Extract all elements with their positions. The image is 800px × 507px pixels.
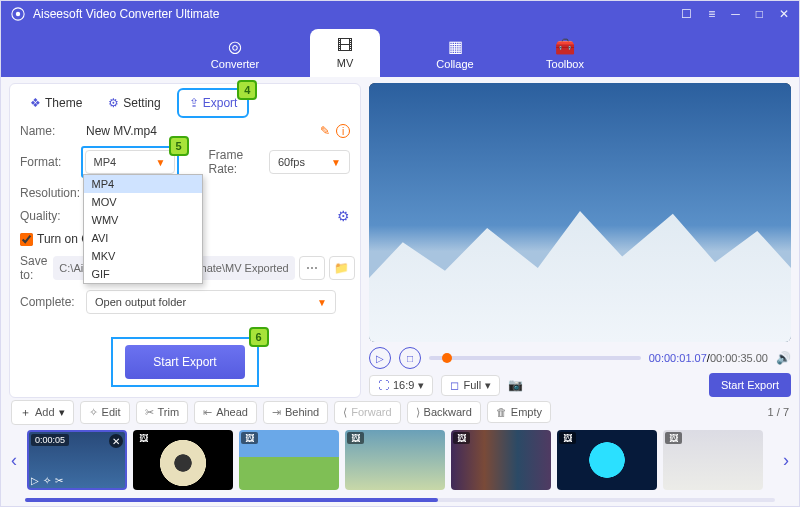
- stop-button[interactable]: □: [399, 347, 421, 369]
- image-badge-icon: 🖼: [453, 432, 470, 444]
- start-export-button-right[interactable]: Start Export: [709, 373, 791, 397]
- menu-icon[interactable]: ≡: [708, 7, 715, 21]
- wand-icon: ✧: [89, 406, 98, 419]
- image-badge-icon: 🖼: [241, 432, 258, 444]
- tab-toolbox[interactable]: 🧰 Toolbox: [530, 29, 600, 77]
- clip-thumbnail[interactable]: 0:00:05 ✕ ▷✧✂: [27, 430, 127, 490]
- tab-toolbox-label: Toolbox: [546, 58, 584, 70]
- format-option[interactable]: WMV: [84, 211, 202, 229]
- edit-clip-icon[interactable]: ✧: [43, 475, 51, 486]
- snapshot-icon[interactable]: 📷: [508, 378, 523, 392]
- format-option[interactable]: MP4: [84, 175, 202, 193]
- forward-label: Forward: [351, 406, 391, 418]
- image-badge-icon: 🖼: [665, 432, 682, 444]
- play-button[interactable]: ▷: [369, 347, 391, 369]
- time-total: 00:00:35.00: [710, 352, 768, 364]
- aspect-select[interactable]: ⛶16:9▾: [369, 375, 433, 396]
- clip-thumbnail[interactable]: 🖼: [239, 430, 339, 490]
- format-option[interactable]: AVI: [84, 229, 202, 247]
- thumbs-scrollbar[interactable]: [25, 498, 775, 502]
- format-option[interactable]: GIF: [84, 265, 202, 283]
- format-select[interactable]: MP4 ▼: [85, 150, 175, 174]
- app-window: Aiseesoft Video Converter Ultimate ☐ ≡ ─…: [0, 0, 800, 507]
- video-preview[interactable]: [369, 83, 791, 342]
- chevron-down-icon: ▾: [418, 379, 424, 392]
- add-button[interactable]: ＋Add▾: [11, 400, 74, 425]
- ahead-label: Ahead: [216, 406, 248, 418]
- main-tabs: ◎ Converter 🎞 MV ▦ Collage 🧰 Toolbox: [1, 27, 799, 77]
- thumbs-next-button[interactable]: ›: [779, 450, 793, 471]
- turn-on-checkbox[interactable]: [20, 233, 33, 246]
- zoom-icon: ◻: [450, 379, 459, 392]
- clip-thumbnail[interactable]: 🖼: [133, 430, 233, 490]
- complete-select[interactable]: Open output folder▼: [86, 290, 336, 314]
- edit-button[interactable]: ✧Edit: [80, 401, 130, 424]
- image-badge-icon: 🖼: [135, 432, 152, 444]
- feedback-icon[interactable]: ☐: [681, 7, 692, 21]
- behind-icon: ⇥: [272, 406, 281, 419]
- chevron-down-icon: ▼: [331, 157, 341, 168]
- ahead-button[interactable]: ⇤Ahead: [194, 401, 257, 424]
- converter-icon: ◎: [228, 37, 242, 56]
- subtab-theme-label: Theme: [45, 96, 82, 110]
- svg-point-1: [16, 12, 20, 16]
- format-option[interactable]: MKV: [84, 247, 202, 265]
- tab-collage[interactable]: ▦ Collage: [420, 29, 490, 77]
- trim-button[interactable]: ✂Trim: [136, 401, 189, 424]
- callout-marker-6: 6: [249, 327, 269, 347]
- clip-thumbnail[interactable]: 🖼: [663, 430, 763, 490]
- close-icon[interactable]: ✕: [779, 7, 789, 21]
- chevron-down-icon: ▼: [156, 157, 166, 168]
- resolution-label: Resolution:: [20, 186, 80, 200]
- clip-duration: 0:00:05: [31, 434, 69, 446]
- quality-settings-icon[interactable]: ⚙: [337, 208, 350, 224]
- titlebar: Aiseesoft Video Converter Ultimate ☐ ≡ ─…: [1, 1, 799, 27]
- minimize-icon[interactable]: ─: [731, 7, 740, 21]
- page-indicator: 1 / 7: [768, 406, 789, 418]
- name-label: Name:: [20, 124, 80, 138]
- seek-slider[interactable]: [429, 356, 641, 360]
- more-path-button[interactable]: ⋯: [299, 256, 325, 280]
- empty-button[interactable]: 🗑Empty: [487, 401, 551, 423]
- gear-icon: ⚙: [108, 96, 119, 110]
- content-area: ❖Theme ⚙Setting ⇪Export 4 Name: ✎ i Form…: [1, 77, 799, 506]
- clip-thumbnail[interactable]: 🖼: [345, 430, 445, 490]
- open-folder-button[interactable]: 📁: [329, 256, 355, 280]
- collage-icon: ▦: [448, 37, 463, 56]
- trim-clip-icon[interactable]: ✂: [55, 475, 63, 486]
- aspect-value: 16:9: [393, 379, 414, 391]
- chevron-down-icon: ▼: [317, 297, 327, 308]
- export-panel: ❖Theme ⚙Setting ⇪Export 4 Name: ✎ i Form…: [9, 83, 361, 398]
- backward-label: Backward: [424, 406, 472, 418]
- thumbs-prev-button[interactable]: ‹: [7, 450, 21, 471]
- edit-icon[interactable]: ✎: [320, 124, 330, 138]
- tab-converter[interactable]: ◎ Converter: [200, 29, 270, 77]
- remove-clip-icon[interactable]: ✕: [109, 434, 123, 448]
- behind-label: Behind: [285, 406, 319, 418]
- volume-icon[interactable]: 🔊: [776, 351, 791, 365]
- start-export-button[interactable]: Start Export: [125, 345, 244, 379]
- edit-label: Edit: [102, 406, 121, 418]
- zoom-select[interactable]: ◻Full▾: [441, 375, 500, 396]
- subtab-export[interactable]: ⇪Export 4: [177, 88, 250, 118]
- framerate-select[interactable]: 60fps▼: [269, 150, 350, 174]
- subtab-setting[interactable]: ⚙Setting: [98, 88, 170, 118]
- subtab-theme[interactable]: ❖Theme: [20, 88, 92, 118]
- toolbox-icon: 🧰: [555, 37, 575, 56]
- play-clip-icon[interactable]: ▷: [31, 475, 39, 486]
- info-icon[interactable]: i: [336, 124, 350, 138]
- format-option[interactable]: MOV: [84, 193, 202, 211]
- framerate-value: 60fps: [278, 156, 305, 168]
- subtab-export-label: Export: [203, 96, 238, 110]
- tab-collage-label: Collage: [436, 58, 473, 70]
- behind-button[interactable]: ⇥Behind: [263, 401, 328, 424]
- backward-button[interactable]: ⟩Backward: [407, 401, 481, 424]
- clip-thumbnail[interactable]: 🖼: [557, 430, 657, 490]
- maximize-icon[interactable]: □: [756, 7, 763, 21]
- clip-toolbar: ＋Add▾ ✧Edit ✂Trim ⇤Ahead ⇥Behind ⟨Forwar…: [1, 398, 799, 426]
- name-input[interactable]: [86, 124, 314, 138]
- clip-thumbnail[interactable]: 🖼: [451, 430, 551, 490]
- quality-label: Quality:: [20, 209, 80, 223]
- tab-mv[interactable]: 🎞 MV: [310, 29, 380, 77]
- chevron-down-icon: ▾: [59, 406, 65, 419]
